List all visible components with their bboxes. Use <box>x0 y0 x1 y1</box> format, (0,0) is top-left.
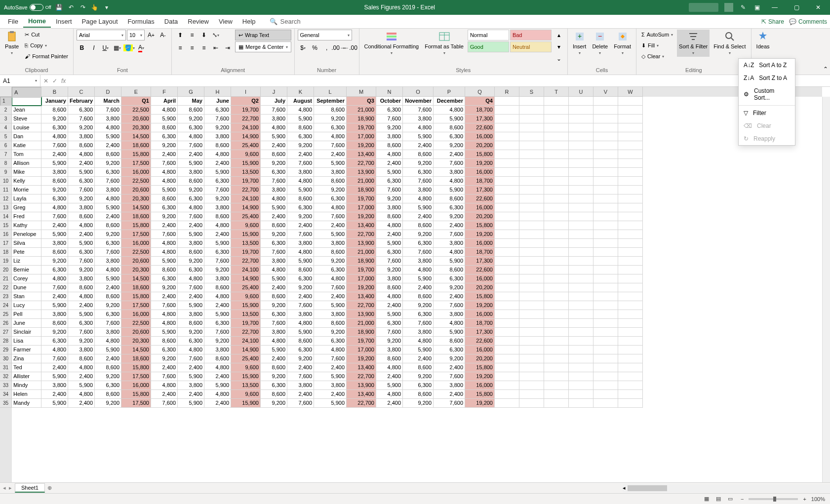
cell[interactable] <box>519 248 544 257</box>
cell[interactable]: 7,600 <box>287 372 314 381</box>
cell[interactable]: 18,700 <box>465 319 495 328</box>
cell[interactable]: June <box>204 97 231 106</box>
cell[interactable]: 6,300 <box>261 168 287 177</box>
cell[interactable]: 8,600 <box>261 390 287 399</box>
cell[interactable]: 8,600 <box>434 194 465 203</box>
cell[interactable]: 6,300 <box>434 274 465 283</box>
cell[interactable]: 7,600 <box>151 372 178 381</box>
cell[interactable] <box>593 390 618 399</box>
cell[interactable]: 2,400 <box>68 399 95 408</box>
cell[interactable]: 3,800 <box>204 203 231 212</box>
cell[interactable] <box>618 292 643 301</box>
cell[interactable]: 22,700 <box>347 159 376 168</box>
cell[interactable]: 6,300 <box>178 123 204 132</box>
cell[interactable] <box>593 168 618 177</box>
row-header-24[interactable]: 24 <box>0 301 12 310</box>
cell[interactable] <box>569 168 593 177</box>
cell[interactable] <box>495 301 519 310</box>
cell[interactable] <box>569 354 593 363</box>
cell[interactable]: 9,200 <box>41 186 68 194</box>
cell[interactable]: Pell <box>12 310 41 319</box>
cell[interactable] <box>618 115 643 123</box>
cell[interactable]: 6,300 <box>204 106 231 115</box>
cell[interactable]: 2,400 <box>376 230 403 239</box>
cell[interactable]: 16,000 <box>121 168 151 177</box>
cell[interactable]: 7,600 <box>434 230 465 239</box>
cell[interactable]: 20,600 <box>121 257 151 266</box>
cell[interactable]: 3,800 <box>287 239 314 248</box>
cell[interactable]: 9,200 <box>178 186 204 194</box>
format-cells-button[interactable]: Format▾ <box>612 30 633 57</box>
cell[interactable] <box>495 212 519 221</box>
paste-button[interactable]: Paste▾ <box>3 30 21 57</box>
cell[interactable]: 4,800 <box>41 203 68 212</box>
cell[interactable]: 3,800 <box>178 310 204 319</box>
cell[interactable]: 7,600 <box>151 301 178 310</box>
cell[interactable]: 8,600 <box>287 123 314 132</box>
cell[interactable] <box>618 257 643 266</box>
cell[interactable]: 2,400 <box>403 354 434 363</box>
cell[interactable] <box>593 283 618 292</box>
cell[interactable]: 4,800 <box>287 106 314 115</box>
cell[interactable]: 17,300 <box>465 115 495 123</box>
cell[interactable]: 2,400 <box>95 354 121 363</box>
row-header-14[interactable]: 14 <box>0 212 12 221</box>
cell[interactable]: Dune <box>12 283 41 292</box>
cell[interactable]: 19,200 <box>465 372 495 381</box>
cell[interactable]: 2,400 <box>41 150 68 159</box>
cell[interactable]: 20,600 <box>121 328 151 337</box>
cell[interactable] <box>519 337 544 346</box>
cell[interactable] <box>569 363 593 372</box>
cell[interactable] <box>593 354 618 363</box>
col-header-J[interactable]: J <box>261 87 287 97</box>
cell[interactable]: 6,300 <box>434 132 465 141</box>
cell[interactable]: 5,900 <box>68 168 95 177</box>
cell[interactable] <box>618 106 643 115</box>
cell[interactable] <box>519 283 544 292</box>
cell[interactable] <box>495 337 519 346</box>
cell[interactable]: 4,800 <box>41 346 68 354</box>
cell[interactable]: 6,300 <box>41 123 68 132</box>
cell[interactable]: 5,900 <box>151 257 178 266</box>
cell[interactable]: 6,300 <box>376 248 403 257</box>
cell[interactable]: 19,700 <box>231 319 261 328</box>
cell[interactable] <box>618 177 643 186</box>
cell[interactable]: 9,200 <box>178 115 204 123</box>
cell[interactable]: 17,300 <box>465 257 495 266</box>
cell[interactable]: 15,900 <box>231 301 261 310</box>
cell[interactable]: 14,500 <box>121 346 151 354</box>
cell[interactable] <box>569 115 593 123</box>
cell[interactable] <box>593 301 618 310</box>
cell[interactable] <box>495 310 519 319</box>
normal-view-button[interactable]: ▦ <box>701 495 712 504</box>
cell[interactable]: 9,200 <box>178 257 204 266</box>
cell[interactable]: 2,400 <box>376 159 403 168</box>
cell[interactable]: 6,300 <box>151 346 178 354</box>
cell[interactable]: Q4 <box>465 97 495 106</box>
cell[interactable]: 9,200 <box>314 186 347 194</box>
cell[interactable]: 24,100 <box>231 194 261 203</box>
cell[interactable]: 5,900 <box>403 132 434 141</box>
cell[interactable]: 3,800 <box>68 346 95 354</box>
cell[interactable]: 9,200 <box>95 399 121 408</box>
cell[interactable]: 3,800 <box>287 168 314 177</box>
cell[interactable]: 5,900 <box>68 239 95 248</box>
cell[interactable]: 5,900 <box>204 239 231 248</box>
save-icon[interactable]: 💾 <box>55 3 63 11</box>
cell[interactable]: 9,200 <box>434 212 465 221</box>
cell[interactable]: 4,800 <box>403 266 434 274</box>
cell[interactable]: 18,900 <box>347 115 376 123</box>
cell[interactable]: Silva <box>12 239 41 248</box>
cell[interactable]: 8,600 <box>403 363 434 372</box>
cell[interactable]: 5,900 <box>376 168 403 177</box>
cell[interactable]: 2,400 <box>41 363 68 372</box>
cell[interactable]: 6,300 <box>403 310 434 319</box>
cell[interactable]: June <box>12 319 41 328</box>
comments-button[interactable]: 💬Comments <box>789 18 827 25</box>
fill-color-button[interactable]: 🪣▾ <box>124 42 135 53</box>
cell[interactable]: 6,300 <box>95 310 121 319</box>
cell[interactable] <box>519 257 544 266</box>
cell[interactable] <box>495 257 519 266</box>
cell[interactable]: 8,600 <box>204 283 231 292</box>
cell[interactable]: 4,800 <box>287 177 314 186</box>
